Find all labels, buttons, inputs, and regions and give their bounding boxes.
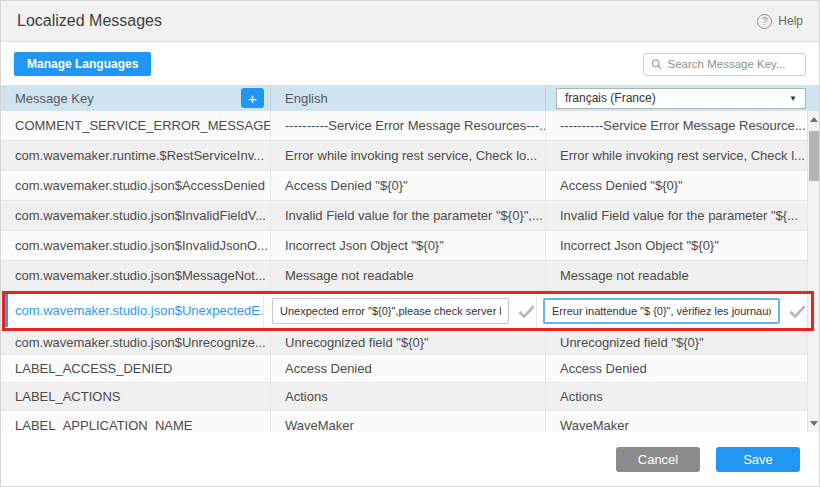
locale-cell: Message not readable [546,261,807,290]
table-body: COMMENT_SERVICE_ERROR_MESSAGES ---------… [1,111,807,433]
table-row[interactable]: com.wavemaker.studio.json$InvalidFieldV.… [1,201,807,231]
locale-value-input[interactable] [543,298,780,324]
search-icon [651,58,663,71]
table-row[interactable]: LABEL_ACTIONS Actions Actions [1,383,807,411]
message-key-cell: com.wavemaker.studio.json$Unrecognize... [1,331,271,354]
table-row-editing[interactable]: com.wavemaker.studio.json$UnexpectedE... [1,291,807,331]
message-key-cell: com.wavemaker.runtime.$RestServiceInv... [1,141,271,170]
locale-select[interactable]: français (France) ▼ [556,88,806,109]
locale-cell: Error while invoking rest service, Check… [546,141,807,170]
english-cell: WaveMaker [271,411,546,433]
edit-row-accent [4,294,8,327]
locale-cell: Incorrect Json Object "${0}" [546,231,807,260]
english-value-input[interactable] [272,298,509,324]
english-cell: Error while invoking rest service, Check… [271,141,546,170]
message-key-cell: LABEL_APPLICATION_NAME [1,411,271,433]
add-message-key-button[interactable]: + [241,88,264,108]
locale-cell: Actions [546,383,807,410]
help-button[interactable]: ? Help [757,14,803,29]
message-key-cell: com.wavemaker.studio.json$AccessDenied [1,171,271,200]
table-row[interactable]: com.wavemaker.studio.json$MessageNot... … [1,261,807,291]
english-cell: Incorrect Json Object "${0}" [271,231,546,260]
message-key-cell: COMMENT_SERVICE_ERROR_MESSAGES [1,111,271,140]
message-key-cell: com.wavemaker.studio.json$InvalidFieldV.… [1,201,271,230]
english-cell: Access Denied [271,355,546,382]
table-header: Message Key + English français (France) … [1,85,819,111]
dialog-footer: Cancel Save [1,432,819,486]
locale-cell: Access Denied "${0}" [546,171,807,200]
toolbar: Manage Languages [1,43,819,85]
confirm-check-icon[interactable] [788,303,807,319]
table-row[interactable]: com.wavemaker.runtime.$RestServiceInv...… [1,141,807,171]
message-key-cell: com.wavemaker.studio.json$InvalidJsonO..… [1,231,271,260]
locale-cell: Invalid Field value for the parameter "$… [546,201,807,230]
dialog-titlebar: Localized Messages ? Help [1,1,819,42]
message-key-cell: LABEL_ACCESS_DENIED [1,355,271,382]
english-cell: Unrecognized field "${0}" [271,331,546,354]
search-input[interactable] [668,58,798,70]
locale-cell: Access Denied [546,355,807,382]
locale-selected-value: français (France) [565,91,656,105]
table-row[interactable]: LABEL_APPLICATION_NAME WaveMaker WaveMak… [1,411,807,433]
table-row[interactable]: LABEL_ACCESS_DENIED Access Denied Access… [1,355,807,383]
manage-languages-button[interactable]: Manage Languages [14,52,151,76]
vertical-scrollbar[interactable] [807,111,820,433]
column-header-english: English [285,91,328,106]
english-cell: ----------Service Error Message Resource… [271,111,546,140]
chevron-down-icon: ▼ [789,94,797,103]
help-question-icon: ? [757,14,772,29]
scroll-up-icon[interactable] [810,117,818,122]
english-cell: Message not readable [271,261,546,290]
page-title: Localized Messages [17,12,162,30]
cancel-button[interactable]: Cancel [616,447,700,472]
table-row[interactable]: com.wavemaker.studio.json$InvalidJsonO..… [1,231,807,261]
scroll-down-icon[interactable] [810,421,818,426]
table-row[interactable]: COMMENT_SERVICE_ERROR_MESSAGES ---------… [1,111,807,141]
english-cell: Actions [271,383,546,410]
column-header-message-key: Message Key [15,91,94,106]
locale-cell: Unrecognized field "${0}" [546,331,807,354]
english-cell: Access Denied "${0}" [271,171,546,200]
scrollbar-thumb[interactable] [809,131,819,181]
help-label: Help [778,14,803,28]
localized-messages-dialog: Localized Messages ? Help Manage Languag… [0,0,820,487]
locale-cell: WaveMaker [546,411,807,433]
search-box[interactable] [643,53,806,76]
message-key-cell: com.wavemaker.studio.json$MessageNot... [1,261,271,290]
save-button[interactable]: Save [716,447,800,472]
confirm-check-icon[interactable] [517,303,536,319]
table-row[interactable]: com.wavemaker.studio.json$Unrecognize...… [1,331,807,355]
message-key-cell: com.wavemaker.studio.json$UnexpectedE... [1,291,264,330]
english-cell: Invalid Field value for the parameter "$… [271,201,546,230]
table-row[interactable]: com.wavemaker.studio.json$AccessDenied A… [1,171,807,201]
message-key-cell: LABEL_ACTIONS [1,383,271,410]
locale-cell: ----------Service Error Message Resource… [546,111,807,140]
